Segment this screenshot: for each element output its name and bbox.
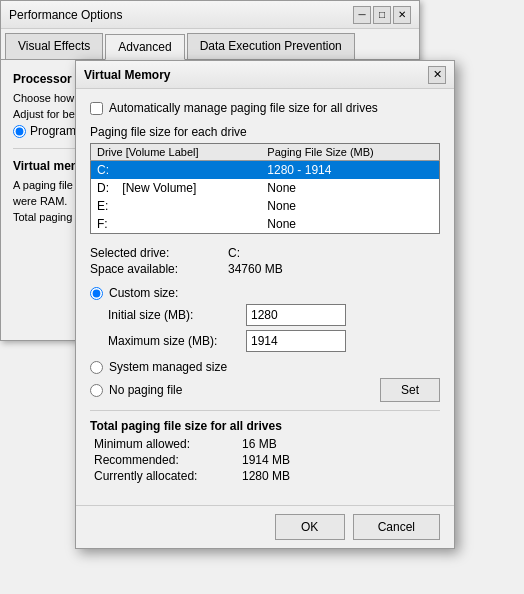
perf-titlebar: Performance Options ─ □ ✕	[1, 1, 419, 29]
drive-info: Selected drive: C: Space available: 3476…	[90, 246, 440, 276]
paging-e: None	[261, 197, 439, 215]
drives-table: Drive [Volume Label] Paging File Size (M…	[90, 143, 440, 234]
tab-advanced[interactable]: Advanced	[105, 34, 184, 60]
programs-radio[interactable]	[13, 125, 26, 138]
table-row[interactable]: E: None	[91, 197, 440, 215]
currently-allocated-value: 1280 MB	[242, 469, 440, 483]
col-drive: Drive [Volume Label]	[91, 144, 262, 161]
minimize-button[interactable]: ─	[353, 6, 371, 24]
minimum-allowed-value: 16 MB	[242, 437, 440, 451]
paging-f: None	[261, 215, 439, 234]
vm-footer: OK Cancel	[76, 505, 454, 548]
auto-manage-label: Automatically manage paging file size fo…	[109, 101, 378, 115]
no-paging-label: No paging file	[109, 383, 182, 397]
virtual-memory-dialog: Virtual Memory ✕ Automatically manage pa…	[75, 60, 455, 549]
table-row[interactable]: C: 1280 - 1914	[91, 161, 440, 180]
custom-size-section: Custom size: Initial size (MB): Maximum …	[90, 286, 440, 352]
custom-size-radio-row: Custom size:	[90, 286, 440, 300]
space-available-label: Space available:	[90, 262, 220, 276]
vm-dialog-title: Virtual Memory	[84, 68, 170, 82]
close-button[interactable]: ✕	[393, 6, 411, 24]
recommended-label: Recommended:	[94, 453, 234, 467]
selected-drive-value: C:	[228, 246, 440, 260]
selected-drive-label: Selected drive:	[90, 246, 220, 260]
recommended-value: 1914 MB	[242, 453, 440, 467]
drive-d: D: [New Volume]	[91, 179, 262, 197]
maximize-button[interactable]: □	[373, 6, 391, 24]
cancel-button[interactable]: Cancel	[353, 514, 440, 540]
auto-manage-checkbox[interactable]	[90, 102, 103, 115]
initial-size-label: Initial size (MB):	[108, 308, 238, 322]
table-row[interactable]: F: None	[91, 215, 440, 234]
minimum-allowed-label: Minimum allowed:	[94, 437, 234, 451]
space-available-value: 34760 MB	[228, 262, 440, 276]
no-paging-row: No paging file	[90, 383, 182, 397]
vm-close-button[interactable]: ✕	[428, 66, 446, 84]
titlebar-controls: ─ □ ✕	[353, 6, 411, 24]
paging-group-label: Paging file size for each drive	[90, 125, 440, 139]
initial-size-input[interactable]	[246, 304, 346, 326]
system-managed-row: System managed size	[90, 360, 440, 374]
drive-f: F:	[91, 215, 262, 234]
set-btn-container: Set	[380, 378, 440, 402]
total-section-title: Total paging file size for all drives	[90, 419, 440, 433]
tab-visual-effects[interactable]: Visual Effects	[5, 33, 103, 59]
drive-c: C:	[91, 161, 262, 180]
perf-window-title: Performance Options	[9, 8, 122, 22]
total-section: Total paging file size for all drives Mi…	[90, 419, 440, 483]
table-row[interactable]: D: [New Volume] None	[91, 179, 440, 197]
paging-c: 1280 - 1914	[261, 161, 439, 180]
currently-allocated-label: Currently allocated:	[94, 469, 234, 483]
auto-manage-row: Automatically manage paging file size fo…	[90, 101, 440, 115]
total-divider	[90, 410, 440, 411]
system-managed-radio[interactable]	[90, 361, 103, 374]
maximum-size-input[interactable]	[246, 330, 346, 352]
paging-d: None	[261, 179, 439, 197]
ok-button[interactable]: OK	[275, 514, 345, 540]
maximum-size-label: Maximum size (MB):	[108, 334, 238, 348]
custom-size-label: Custom size:	[109, 286, 178, 300]
set-button[interactable]: Set	[380, 378, 440, 402]
custom-size-inputs: Initial size (MB): Maximum size (MB):	[108, 304, 440, 352]
no-paging-radio[interactable]	[90, 384, 103, 397]
col-paging-size: Paging File Size (MB)	[261, 144, 439, 161]
vm-body: Automatically manage paging file size fo…	[76, 89, 454, 505]
tab-dep[interactable]: Data Execution Prevention	[187, 33, 355, 59]
total-grid: Minimum allowed: 16 MB Recommended: 1914…	[94, 437, 440, 483]
custom-size-radio[interactable]	[90, 287, 103, 300]
vm-titlebar: Virtual Memory ✕	[76, 61, 454, 89]
perf-tabs: Visual Effects Advanced Data Execution P…	[1, 29, 419, 60]
system-managed-label: System managed size	[109, 360, 227, 374]
drive-e: E:	[91, 197, 262, 215]
